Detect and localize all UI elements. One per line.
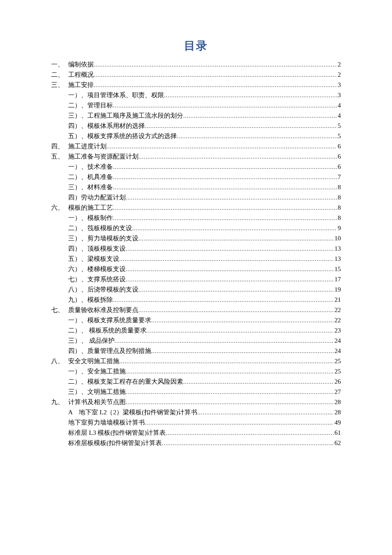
toc-entry: 标准层板模板(扣件钢管架)计算表62 bbox=[51, 438, 341, 448]
toc-leader bbox=[177, 131, 337, 142]
toc-leader bbox=[183, 376, 334, 387]
toc-page: 8 bbox=[337, 202, 341, 213]
toc-page: 15 bbox=[334, 264, 341, 274]
toc-page: 25 bbox=[334, 366, 341, 376]
toc-page: 61 bbox=[334, 428, 341, 438]
toc-leader bbox=[132, 223, 337, 234]
toc-text: 三）、材料准备 bbox=[68, 182, 113, 192]
toc-entry: 六）、楼梯模板支设15 bbox=[51, 264, 341, 274]
toc-page: 3 bbox=[337, 90, 341, 100]
toc-page: 8 bbox=[337, 192, 341, 202]
toc-leader bbox=[147, 325, 334, 336]
toc-text: 四）、顶板模板支设 bbox=[68, 243, 126, 254]
toc-text: 施工安排 bbox=[68, 80, 94, 90]
toc-page: 26 bbox=[334, 376, 341, 387]
toc-entry: 四）劳动力配置计划8 bbox=[51, 192, 341, 202]
toc-page: 3 bbox=[337, 80, 341, 90]
toc-page: 9 bbox=[337, 223, 341, 233]
toc-text: 四）、模板体系用材的选择 bbox=[68, 121, 145, 131]
toc-text: 一）、项目管理体系、职责、权限 bbox=[68, 90, 164, 100]
toc-text: 二）、管理目标 bbox=[68, 100, 113, 110]
toc-leader bbox=[151, 346, 334, 356]
toc-entry: 八）、后浇带模板的支设19 bbox=[51, 284, 341, 295]
toc-leader bbox=[151, 315, 334, 326]
toc-leader bbox=[183, 110, 337, 121]
toc-text: 编制依据 bbox=[68, 59, 94, 69]
toc-leader bbox=[126, 243, 334, 254]
toc-leader bbox=[94, 69, 337, 80]
toc-text: 三）、 成品保护 bbox=[68, 335, 115, 346]
toc-entry: 三）、材料准备8 bbox=[51, 182, 341, 192]
toc-leader bbox=[126, 366, 334, 377]
toc-page: 23 bbox=[334, 325, 341, 335]
toc-entry: 三）、文明施工措施27 bbox=[51, 387, 341, 397]
toc-leader bbox=[119, 356, 334, 367]
toc-entry: 三、施工安排3 bbox=[51, 80, 341, 90]
toc-entry: 四）、质量管理点及控制措施24 bbox=[51, 346, 341, 356]
toc-num: 三、 bbox=[51, 80, 68, 90]
toc-text: 二）、筏板模板的支设 bbox=[68, 223, 132, 233]
toc-leader bbox=[126, 387, 334, 397]
toc-leader bbox=[126, 274, 334, 285]
toc-entry: 八、安全文明施工措施25 bbox=[51, 356, 341, 366]
toc-entry: 七）、支撑系统搭设17 bbox=[51, 274, 341, 284]
toc-page: 5 bbox=[337, 131, 341, 141]
toc-page: 62 bbox=[334, 438, 341, 448]
toc-entry: 一）、安全施工措施25 bbox=[51, 366, 341, 376]
toc-page: 21 bbox=[334, 295, 341, 305]
toc-page: 49 bbox=[334, 417, 341, 428]
toc-page: 2 bbox=[337, 59, 341, 69]
toc-leader bbox=[126, 397, 334, 408]
toc-entry: 一）、模板支撑系统质量要求22 bbox=[51, 315, 341, 325]
toc-text: 标准层 L3 模板(扣件钢管架)计算表 bbox=[68, 428, 166, 438]
toc-entry: 一）、模板制作8 bbox=[51, 213, 341, 223]
toc-page: 8 bbox=[337, 213, 341, 223]
toc-leader bbox=[113, 172, 337, 182]
toc-entry: 地下室剪力墙墙模板计算书49 bbox=[51, 417, 341, 428]
toc-text: 五）、模板支撑系统的搭设方式的选择 bbox=[68, 131, 177, 141]
toc-num: 一、 bbox=[51, 59, 68, 69]
toc-entry: 四）、顶板模板支设13 bbox=[51, 243, 341, 254]
toc-leader bbox=[126, 192, 337, 203]
toc-entry: 二）、 模板系统的质量要求23 bbox=[51, 325, 341, 335]
toc-page: 28 bbox=[334, 407, 341, 417]
toc-entry: A 地下室 L2（2）梁模板(扣件钢管架)计算书28 bbox=[51, 407, 341, 417]
toc-title: 目录 bbox=[51, 38, 341, 53]
toc-text: 三）、工程施工顺序及施工流水段的划分 bbox=[68, 110, 183, 121]
toc-entry: 二）、筏板模板的支设9 bbox=[51, 223, 341, 233]
toc-leader bbox=[113, 100, 337, 111]
toc-page: 4 bbox=[337, 110, 341, 121]
toc-entry: 五）、梁模板支设13 bbox=[51, 254, 341, 264]
toc-num: 五、 bbox=[51, 151, 68, 162]
toc-text: 一）、安全施工措施 bbox=[68, 366, 126, 376]
toc-page: 4 bbox=[337, 100, 341, 110]
toc-entry: 二）、机具准备7 bbox=[51, 172, 341, 182]
toc-leader bbox=[94, 80, 337, 90]
toc-text: 一）、技术准备 bbox=[68, 162, 113, 172]
toc-num: 四、 bbox=[51, 141, 68, 151]
toc-num: 八、 bbox=[51, 356, 68, 366]
toc-text: 七）、支撑系统搭设 bbox=[68, 274, 126, 284]
toc-entry: 六、模板的施工工艺8 bbox=[51, 202, 341, 213]
toc-text: 八）、后浇带模板的支设 bbox=[68, 284, 138, 295]
toc-entry: 九、计算书及相关节点图28 bbox=[51, 397, 341, 407]
toc-page: 8 bbox=[337, 182, 341, 192]
toc-leader bbox=[138, 151, 337, 162]
toc-page: 6 bbox=[337, 151, 341, 162]
toc-leader bbox=[164, 90, 337, 101]
toc-num: 六、 bbox=[51, 202, 68, 213]
toc-num: 九、 bbox=[51, 397, 68, 407]
toc-text: 二）、模板支架工程存在的重大风险因素 bbox=[68, 376, 183, 387]
toc-text: 九）、模板拆除 bbox=[68, 295, 113, 305]
toc-text: 安全文明施工措施 bbox=[68, 356, 119, 366]
document-page: 目录 一、编制依据2二、工程概况2三、施工安排3一）、项目管理体系、职责、权限3… bbox=[0, 0, 392, 555]
toc-text: 质量验收标准及控制要点 bbox=[68, 305, 138, 315]
toc-text: 三）、文明施工措施 bbox=[68, 387, 126, 397]
toc-page: 5 bbox=[337, 121, 341, 131]
toc-leader bbox=[94, 59, 337, 70]
toc-page: 13 bbox=[334, 243, 341, 254]
toc-text: 二）、 模板系统的质量要求 bbox=[68, 325, 147, 335]
toc-entry: 三）、 成品保护24 bbox=[51, 335, 341, 346]
toc-page: 10 bbox=[334, 233, 341, 243]
toc-leader bbox=[113, 202, 337, 213]
